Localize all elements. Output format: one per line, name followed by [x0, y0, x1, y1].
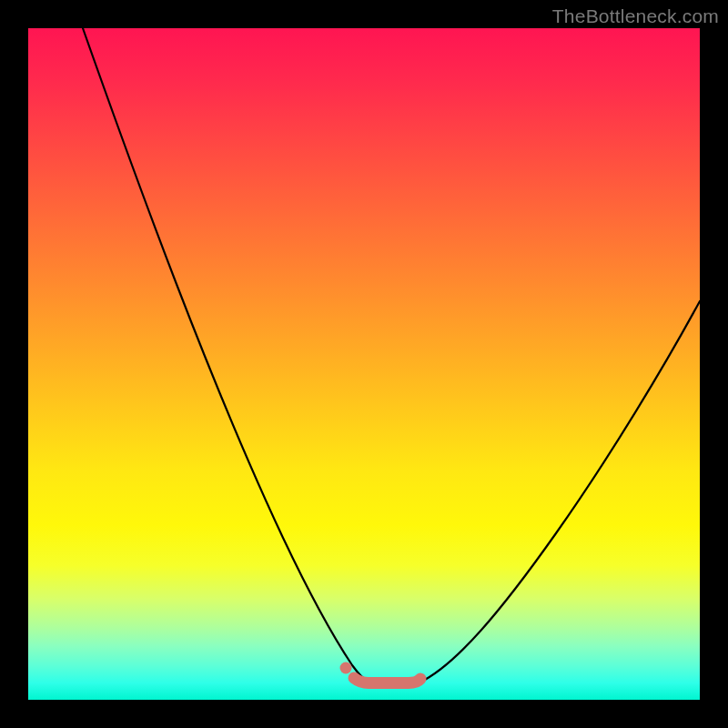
- outer-frame: TheBottleneck.com: [0, 0, 728, 728]
- right-curve: [420, 301, 700, 682]
- left-curve: [83, 28, 369, 682]
- chart-svg: [28, 28, 700, 700]
- watermark-text: TheBottleneck.com: [552, 5, 719, 27]
- bottom-band: [354, 678, 420, 683]
- left-dot: [340, 662, 352, 674]
- plot-area: [28, 28, 700, 700]
